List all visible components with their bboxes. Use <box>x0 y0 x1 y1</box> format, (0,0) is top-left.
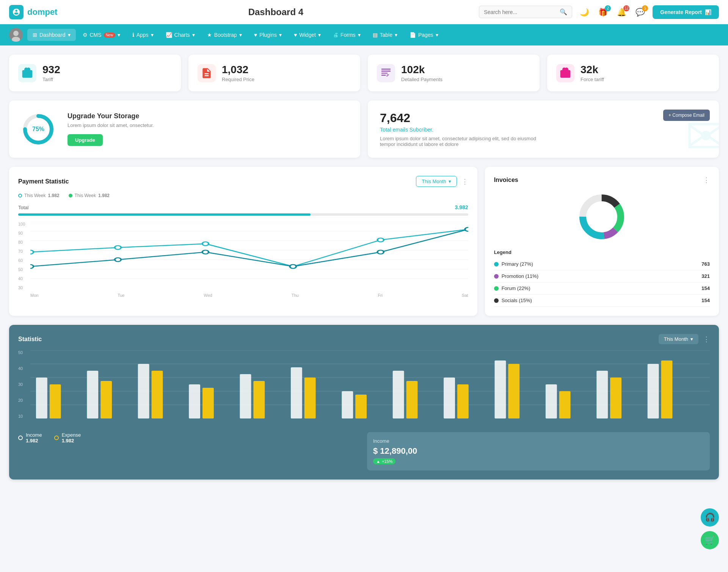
svg-rect-42 <box>240 374 251 418</box>
nav-item-table[interactable]: ▤ Table ▾ <box>367 29 403 41</box>
this-month-label: This Month <box>422 179 446 184</box>
nav-label-plugins: Plugins <box>259 32 277 38</box>
income-legend: Income 1.982 <box>18 432 42 443</box>
statistic-bar-card: Statistic This Month ▾ ⋮ 50 40 30 20 10 <box>9 325 719 480</box>
svg-rect-41 <box>202 388 214 418</box>
header: dompet Dashboard 4 🔍 🌙 🎁 2 🔔 12 💬 5 Gene… <box>0 0 728 24</box>
svg-rect-54 <box>546 384 557 418</box>
gift-btn[interactable]: 🎁 2 <box>597 6 609 18</box>
legend-row-forum: Forum (22%) 154 <box>494 282 710 295</box>
generate-report-button[interactable]: Generate Report 📊 <box>653 5 719 19</box>
moon-btn[interactable]: 🌙 <box>578 6 591 18</box>
legend-row-socials: Socials (15%) 154 <box>494 295 710 307</box>
invoices-donut-container <box>494 190 710 243</box>
invoices-legend: Legend Primary (27%) 763 Promotion (11%)… <box>494 249 710 307</box>
nav-item-widget[interactable]: ♥ Widget ▾ <box>289 29 326 41</box>
detailed-payments-number: 102k <box>401 64 442 76</box>
chevron-down-icon-apps: ▾ <box>151 32 154 38</box>
payment-statistic-card: Payment Statistic This Month ▾ ⋮ This We… <box>9 167 477 316</box>
storage-percent-label: 75% <box>32 126 44 133</box>
nav-label-widget: Widget <box>299 32 316 38</box>
invoices-menu-icon[interactable]: ⋮ <box>703 176 710 184</box>
legend-dot-1 <box>18 194 22 197</box>
nav-label-charts: Charts <box>174 32 190 38</box>
statistic-bottom: Income 1.982 Expense 1.982 Income $ 12,8… <box>18 432 710 470</box>
expense-legend-label: Expense <box>62 432 81 438</box>
gift-badge: 2 <box>605 5 611 11</box>
page-title: Dashboard 4 <box>248 7 303 17</box>
bell-btn[interactable]: 🔔 12 <box>615 6 628 18</box>
nav-label-forms: Forms <box>340 32 356 38</box>
chevron-down-icon-widget: ▾ <box>318 32 321 38</box>
email-count: 7,642 <box>380 111 707 125</box>
up-icon: ▲ <box>376 459 380 464</box>
stat-legends: Income 1.982 Expense 1.982 <box>18 432 361 470</box>
svg-point-14 <box>202 242 209 246</box>
nav-item-plugins[interactable]: ♥ Plugins ▾ <box>249 29 287 41</box>
email-desc: Lorem ipsum dolor sit amet, consectetur … <box>380 136 539 147</box>
detailed-payments-icon <box>380 67 392 79</box>
income-detail-box: Income $ 12,890,00 ▲ +15% <box>367 432 710 470</box>
cms-icon: ⚙ <box>83 32 88 38</box>
chevron-down-icon-charts: ▾ <box>192 32 195 38</box>
svg-point-19 <box>115 258 121 262</box>
statistic-bar-chart-area: 50 40 30 20 10 <box>18 350 710 426</box>
statistic-this-month-button[interactable]: This Month ▾ <box>659 334 698 344</box>
forms-icon: 🖨 <box>333 32 338 38</box>
stat-card-tariff: 932 Tariff <box>9 55 181 91</box>
svg-point-13 <box>115 246 121 249</box>
force-tariff-icon-container <box>556 64 574 82</box>
nav-item-charts[interactable]: 📈 Charts ▾ <box>160 29 200 41</box>
nav-item-dashboard[interactable]: ⊞ Dashboard ▾ <box>27 29 76 41</box>
payment-this-month-button[interactable]: This Month ▾ <box>416 176 457 187</box>
logo-text: dompet <box>27 7 57 17</box>
invoices-card: Invoices ⋮ <box>485 167 719 316</box>
tariff-label: Tariff <box>42 77 60 82</box>
mid-row: 75% Upgrade Your Storage Lorem ipsum dol… <box>9 100 719 158</box>
svg-rect-57 <box>610 378 621 418</box>
chart-y-labels: 100 90 80 70 60 50 40 30 <box>18 222 29 290</box>
search-icon[interactable]: 🔍 <box>560 8 567 16</box>
expense-legend-dot <box>54 436 59 440</box>
chat-btn[interactable]: 💬 5 <box>634 6 646 18</box>
statistic-menu-icon[interactable]: ⋮ <box>703 335 710 343</box>
svg-rect-38 <box>138 364 149 418</box>
svg-rect-43 <box>253 381 265 418</box>
nav-item-pages[interactable]: 📄 Pages ▾ <box>404 29 444 41</box>
payment-menu-icon[interactable]: ⋮ <box>461 177 468 186</box>
plugins-icon: ♥ <box>254 32 257 38</box>
expense-legend-val: 1.982 <box>62 438 81 443</box>
primary-color-dot <box>494 262 499 266</box>
nav-label-pages: Pages <box>418 32 433 38</box>
nav-avatar <box>9 28 23 42</box>
required-price-label: Required Price <box>222 77 254 82</box>
required-price-info: 1,032 Required Price <box>222 64 254 82</box>
force-tariff-number: 32k <box>581 64 604 76</box>
svg-point-20 <box>202 250 209 254</box>
chevron-down-icon-pages: ▾ <box>436 32 438 38</box>
search-input[interactable] <box>484 9 560 15</box>
promotion-label: Promotion (11%) <box>502 273 539 279</box>
svg-rect-34 <box>36 378 47 418</box>
main-content: 932 Tariff 1,032 Required Price <box>0 45 728 498</box>
primary-label: Primary (27%) <box>502 261 533 267</box>
nav-item-bootstrap[interactable]: ★ Bootstrap ▾ <box>202 29 247 41</box>
nav-item-forms[interactable]: 🖨 Forms ▾ <box>328 29 366 41</box>
income-legend-dot <box>18 436 23 440</box>
chart-row: Payment Statistic This Month ▾ ⋮ This We… <box>9 167 719 316</box>
nav-item-cms[interactable]: ⚙ CMS New ▾ <box>77 29 126 41</box>
statistic-header: Statistic This Month ▾ ⋮ <box>18 334 710 344</box>
svg-rect-51 <box>457 384 469 418</box>
svg-rect-35 <box>50 384 61 418</box>
legend-val-2: 1.982 <box>98 193 110 198</box>
storage-title: Upgrade Your Storage <box>67 112 154 120</box>
total-value: 3.982 <box>455 204 468 210</box>
upgrade-button[interactable]: Upgrade <box>67 134 103 146</box>
socials-count: 154 <box>701 298 710 303</box>
nav-item-apps[interactable]: ℹ Apps ▾ <box>127 29 159 41</box>
detailed-payments-label: Detailed Payments <box>401 77 442 82</box>
svg-rect-39 <box>152 371 163 418</box>
required-price-number: 1,032 <box>222 64 254 76</box>
legend-row-primary: Primary (27%) 763 <box>494 258 710 270</box>
chart-x-labels: Mon Tue Wed Thu Fri Sat <box>30 293 468 298</box>
